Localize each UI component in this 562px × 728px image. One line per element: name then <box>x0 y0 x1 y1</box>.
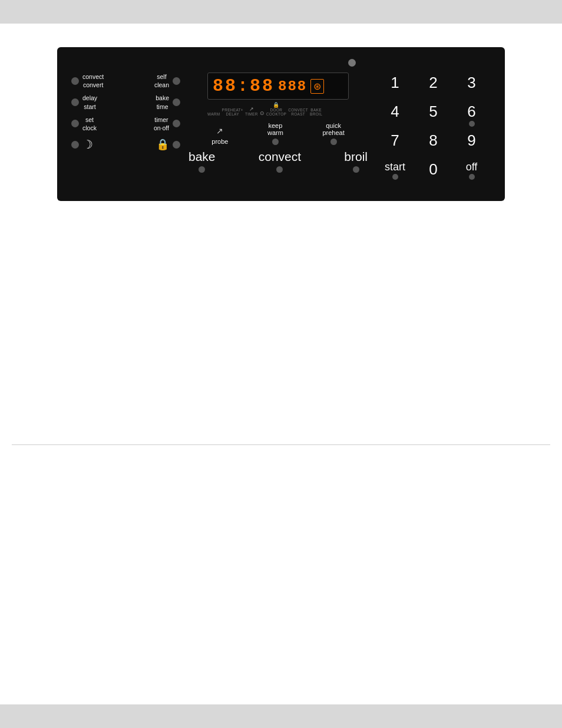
key-0[interactable]: 0 <box>414 159 452 187</box>
preheat-label: PREHEAT+DELAY <box>222 108 243 116</box>
probe-indicator: ⊙ <box>260 110 265 116</box>
convect-convert-label: convectconvert <box>82 73 104 89</box>
convect-btn-label: convect <box>259 150 301 164</box>
warm-label: WARM <box>207 112 220 116</box>
light-circle[interactable] <box>71 141 79 149</box>
bake-dot <box>199 166 205 173</box>
oven-panel: convectconvert selfclean delaystart <box>57 47 505 201</box>
left-controls: convectconvert selfclean delaystart <box>71 68 180 187</box>
timer-indicator: ↗ TIMER <box>245 106 258 116</box>
timer-on-off-label: timeron·off <box>154 116 169 132</box>
quick-preheat-dot <box>330 139 337 145</box>
timer-on-off-btn[interactable]: timeron·off <box>154 116 180 132</box>
numpad-section: 1 2 3 4 <box>376 68 491 187</box>
delay-start-btn[interactable]: delaystart <box>71 94 97 110</box>
digit-4: 4 <box>391 104 399 119</box>
convect-convert-circle[interactable] <box>71 77 79 85</box>
set-clock-label: setclock <box>82 116 97 132</box>
light-btn[interactable]: ☽ <box>71 137 93 153</box>
digit-8: 8 <box>429 133 437 148</box>
oven-body: convectconvert selfclean delaystart <box>71 68 491 187</box>
broil-btn[interactable]: broil <box>344 150 368 173</box>
key-5[interactable]: 5 <box>414 101 452 129</box>
set-clock-btn[interactable]: setclock <box>71 116 97 132</box>
self-clean-btn[interactable]: selfclean <box>154 73 180 89</box>
off-btn[interactable]: off <box>452 159 491 187</box>
key-6[interactable]: 6 <box>452 101 491 129</box>
self-clean-label: selfclean <box>154 73 169 89</box>
center-controls: 88:88 888 ⊛ WARM PREHEAT+DELAY ↗ TIMER <box>186 68 370 187</box>
convect-roast-indicator: CONVECTROAST <box>288 108 308 116</box>
convect-dot <box>276 166 283 173</box>
main-buttons-row: bake convect broil <box>186 150 370 173</box>
bake-btn-label: bake <box>189 150 216 164</box>
key-9[interactable]: 9 <box>452 130 491 158</box>
convect-roast-label: CONVECTROAST <box>288 108 308 116</box>
digit-2: 2 <box>429 75 437 90</box>
page-separator <box>12 444 550 445</box>
bake-time-circle[interactable] <box>173 98 180 106</box>
preheat-indicator: PREHEAT+DELAY <box>222 108 243 116</box>
bake-time-btn[interactable]: baketime <box>156 94 180 110</box>
probe-btn-label: probe <box>211 138 228 145</box>
top-dot <box>348 59 356 67</box>
display-time: 88:88 <box>213 76 275 96</box>
delay-start-circle[interactable] <box>71 98 79 106</box>
bake-broil-indicator: BAKEBROIL <box>310 108 322 116</box>
digit-1: 1 <box>391 75 399 90</box>
key-4[interactable]: 4 <box>376 101 414 129</box>
digit-9: 9 <box>467 133 475 148</box>
broil-btn-label: broil <box>344 150 368 164</box>
page-content: convectconvert selfclean delaystart <box>0 24 562 704</box>
lcd-display: 88:88 888 ⊛ <box>207 73 349 100</box>
top-indicator-dot <box>142 59 561 68</box>
key-2[interactable]: 2 <box>414 73 452 100</box>
key-3[interactable]: 3 <box>452 73 491 100</box>
probe-arrow-icon: ↗ <box>216 126 223 136</box>
keep-warm-btn[interactable]: keepwarm <box>267 122 283 145</box>
bake-time-label: baketime <box>156 94 169 110</box>
digit-7: 7 <box>391 133 399 148</box>
timer-on-off-circle[interactable] <box>173 120 180 127</box>
display-temp: 888 <box>278 78 307 94</box>
start-dot <box>392 174 398 180</box>
bake-btn[interactable]: bake <box>189 150 216 173</box>
keep-warm-dot <box>272 139 279 145</box>
warm-indicator: WARM <box>207 112 220 116</box>
timer-label: TIMER <box>245 112 258 116</box>
start-label: start <box>385 162 405 172</box>
indicator-strip: WARM PREHEAT+DELAY ↗ TIMER ⊙ 🔒 DOORCOOK <box>207 102 349 116</box>
btn-row-4: ☽ 🔒 <box>71 137 180 153</box>
key-6-dot <box>469 121 475 127</box>
start-btn[interactable]: start <box>376 159 414 187</box>
top-bar <box>0 0 562 24</box>
probe-btn[interactable]: ↗ probe <box>211 126 228 145</box>
digit-0: 0 <box>429 162 437 177</box>
numpad-grid: 1 2 3 4 <box>376 68 491 187</box>
lock-icon: 🔒 <box>156 137 169 151</box>
keep-warm-label: keepwarm <box>267 122 283 136</box>
digit-3: 3 <box>467 75 475 90</box>
set-clock-circle[interactable] <box>71 120 79 127</box>
lock-btn[interactable]: 🔒 <box>156 137 180 151</box>
btn-row-3: setclock timeron·off <box>71 116 180 132</box>
door-indicator: 🔒 DOORCOOKTOP <box>266 102 287 116</box>
quick-preheat-btn[interactable]: quickpreheat <box>322 122 344 145</box>
off-label: off <box>466 162 478 172</box>
delay-start-label: delaystart <box>82 94 97 110</box>
convect-convert-btn[interactable]: convectconvert <box>71 73 104 89</box>
self-clean-circle[interactable] <box>173 77 180 85</box>
probe-circle-icon: ⊙ <box>260 110 265 116</box>
broil-dot <box>353 166 359 173</box>
light-icon: ☽ <box>82 137 93 153</box>
key-7[interactable]: 7 <box>376 130 414 158</box>
key-8[interactable]: 8 <box>414 130 452 158</box>
bottom-bar <box>0 704 562 728</box>
lock-circle[interactable] <box>173 141 180 149</box>
btn-row-1: convectconvert selfclean <box>71 73 180 89</box>
off-dot <box>469 174 475 180</box>
key-1[interactable]: 1 <box>376 73 414 100</box>
convect-btn[interactable]: convect <box>259 150 301 173</box>
btn-row-2: delaystart baketime <box>71 94 180 110</box>
empty-content <box>12 201 550 409</box>
